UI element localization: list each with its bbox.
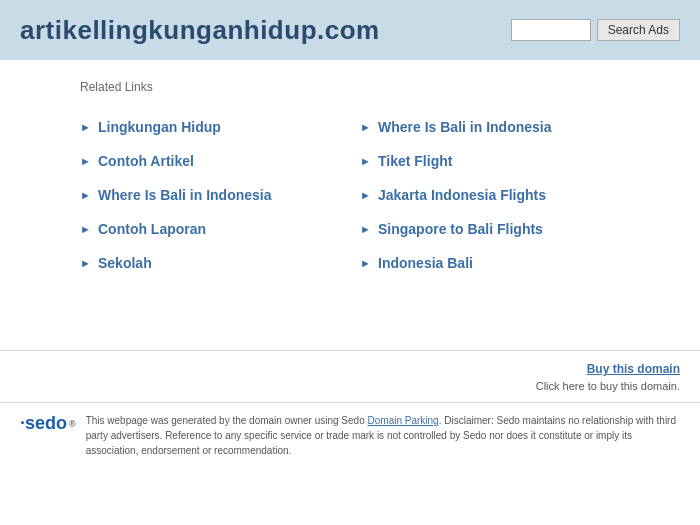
links-grid: ► Lingkungan Hidup ► Contoh Artikel ► Wh… [80, 110, 640, 280]
list-item: ► Where Is Bali in Indonesia [80, 178, 360, 212]
link-contoh-artikel[interactable]: Contoh Artikel [98, 153, 194, 169]
search-input[interactable] [511, 19, 591, 41]
list-item: ► Where Is Bali in Indonesia [360, 110, 640, 144]
link-lingkungan-hidup[interactable]: Lingkungan Hidup [98, 119, 221, 135]
footer-area: Buy this domain Click here to buy this d… [0, 350, 700, 468]
list-item: ► Lingkungan Hidup [80, 110, 360, 144]
related-links-label: Related Links [80, 80, 640, 94]
list-item: ► Singapore to Bali Flights [360, 212, 640, 246]
search-area: Search Ads [511, 19, 680, 41]
link-contoh-laporan[interactable]: Contoh Laporan [98, 221, 206, 237]
link-indonesia-bali[interactable]: Indonesia Bali [378, 255, 473, 271]
main-content: Related Links ► Lingkungan Hidup ► Conto… [0, 60, 700, 330]
links-column-left: ► Lingkungan Hidup ► Contoh Artikel ► Wh… [80, 110, 360, 280]
arrow-icon: ► [80, 223, 92, 235]
arrow-icon: ► [360, 189, 372, 201]
link-singapore-bali[interactable]: Singapore to Bali Flights [378, 221, 543, 237]
sedo-registered-mark: ® [69, 419, 76, 429]
arrow-icon: ► [360, 155, 372, 167]
sedo-disclaimer-text: This webpage was generated by the domain… [86, 413, 680, 458]
sedo-logo: ·sedo® [20, 413, 76, 434]
list-item: ► Contoh Artikel [80, 144, 360, 178]
arrow-icon: ► [360, 121, 372, 133]
list-item: ► Indonesia Bali [360, 246, 640, 280]
buy-domain-sub: Click here to buy this domain. [0, 380, 700, 392]
buy-domain-section: Buy this domain [0, 351, 700, 380]
arrow-icon: ► [360, 257, 372, 269]
list-item: ► Sekolah [80, 246, 360, 280]
header: artikellingkunganhidup.com Search Ads [0, 0, 700, 60]
list-item: ► Jakarta Indonesia Flights [360, 178, 640, 212]
search-button[interactable]: Search Ads [597, 19, 680, 41]
link-tiket-flight[interactable]: Tiket Flight [378, 153, 452, 169]
links-column-right: ► Where Is Bali in Indonesia ► Tiket Fli… [360, 110, 640, 280]
arrow-icon: ► [80, 257, 92, 269]
buy-domain-link[interactable]: Buy this domain [587, 362, 680, 376]
arrow-icon: ► [80, 189, 92, 201]
arrow-icon: ► [80, 155, 92, 167]
link-sekolah[interactable]: Sekolah [98, 255, 152, 271]
sedo-logo-text: ·sedo [20, 413, 67, 434]
sedo-bar: ·sedo® This webpage was generated by the… [0, 402, 700, 468]
arrow-icon: ► [80, 121, 92, 133]
arrow-icon: ► [360, 223, 372, 235]
link-where-is-bali-right[interactable]: Where Is Bali in Indonesia [378, 119, 551, 135]
list-item: ► Contoh Laporan [80, 212, 360, 246]
domain-parking-link[interactable]: Domain Parking [368, 415, 439, 426]
list-item: ► Tiket Flight [360, 144, 640, 178]
site-title: artikellingkunganhidup.com [20, 15, 380, 46]
link-jakarta-flights[interactable]: Jakarta Indonesia Flights [378, 187, 546, 203]
link-where-is-bali-left[interactable]: Where Is Bali in Indonesia [98, 187, 271, 203]
